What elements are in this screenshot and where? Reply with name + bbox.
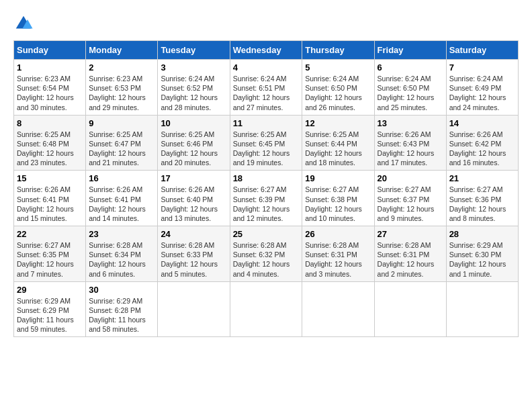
- calendar-cell: [446, 281, 518, 337]
- day-info: Sunrise: 6:28 AM Sunset: 6:32 PM Dayligh…: [233, 240, 300, 279]
- day-info: Sunrise: 6:23 AM Sunset: 6:53 PM Dayligh…: [89, 74, 154, 112]
- calendar-week-row: 29Sunrise: 6:29 AM Sunset: 6:29 PM Dayli…: [14, 281, 519, 337]
- day-number: 28: [449, 229, 515, 239]
- day-info: Sunrise: 6:27 AM Sunset: 6:39 PM Dayligh…: [233, 185, 300, 223]
- calendar-cell: 24Sunrise: 6:28 AM Sunset: 6:33 PM Dayli…: [158, 226, 230, 282]
- calendar-cell: 23Sunrise: 6:28 AM Sunset: 6:34 PM Dayli…: [86, 226, 158, 282]
- day-number: 11: [233, 118, 300, 128]
- calendar-cell: 5Sunrise: 6:24 AM Sunset: 6:50 PM Daylig…: [302, 60, 374, 116]
- day-number: 22: [17, 229, 83, 239]
- calendar-cell: 3Sunrise: 6:24 AM Sunset: 6:52 PM Daylig…: [158, 60, 230, 116]
- day-number: 8: [17, 118, 83, 128]
- calendar-cell: 18Sunrise: 6:27 AM Sunset: 6:39 PM Dayli…: [230, 171, 302, 226]
- calendar-cell: 19Sunrise: 6:27 AM Sunset: 6:38 PM Dayli…: [302, 171, 374, 226]
- day-info: Sunrise: 6:28 AM Sunset: 6:31 PM Dayligh…: [378, 240, 443, 279]
- logo: [13, 13, 36, 34]
- day-number: 29: [17, 285, 83, 295]
- day-info: Sunrise: 6:29 AM Sunset: 6:30 PM Dayligh…: [449, 240, 515, 279]
- calendar-header-row: SundayMondayTuesdayWednesdayThursdayFrid…: [14, 41, 519, 60]
- calendar-cell: 6Sunrise: 6:24 AM Sunset: 6:50 PM Daylig…: [374, 60, 446, 116]
- calendar-cell: 26Sunrise: 6:28 AM Sunset: 6:31 PM Dayli…: [302, 226, 374, 282]
- day-info: Sunrise: 6:27 AM Sunset: 6:35 PM Dayligh…: [17, 240, 83, 279]
- calendar-cell: [374, 281, 446, 337]
- day-info: Sunrise: 6:26 AM Sunset: 6:40 PM Dayligh…: [161, 185, 226, 223]
- calendar-cell: 4Sunrise: 6:24 AM Sunset: 6:51 PM Daylig…: [230, 60, 302, 116]
- logo-icon: [13, 13, 34, 34]
- day-number: 26: [305, 229, 371, 239]
- day-info: Sunrise: 6:27 AM Sunset: 6:37 PM Dayligh…: [378, 185, 443, 223]
- day-info: Sunrise: 6:24 AM Sunset: 6:52 PM Dayligh…: [161, 74, 226, 112]
- day-info: Sunrise: 6:25 AM Sunset: 6:48 PM Dayligh…: [17, 130, 83, 168]
- day-number: 4: [233, 62, 300, 73]
- calendar: SundayMondayTuesdayWednesdayThursdayFrid…: [13, 40, 519, 337]
- calendar-cell: 16Sunrise: 6:26 AM Sunset: 6:41 PM Dayli…: [86, 171, 158, 226]
- day-number: 20: [378, 173, 443, 183]
- day-number: 13: [378, 118, 443, 128]
- day-info: Sunrise: 6:29 AM Sunset: 6:28 PM Dayligh…: [89, 296, 154, 334]
- day-info: Sunrise: 6:24 AM Sunset: 6:51 PM Dayligh…: [233, 74, 300, 112]
- day-number: 9: [89, 118, 154, 128]
- calendar-cell: 29Sunrise: 6:29 AM Sunset: 6:29 PM Dayli…: [14, 281, 86, 337]
- day-info: Sunrise: 6:27 AM Sunset: 6:36 PM Dayligh…: [449, 185, 515, 223]
- day-of-week-header: Friday: [374, 41, 446, 60]
- day-of-week-header: Thursday: [302, 41, 374, 60]
- day-number: 18: [233, 173, 300, 183]
- calendar-cell: 9Sunrise: 6:25 AM Sunset: 6:47 PM Daylig…: [86, 115, 158, 171]
- calendar-cell: 11Sunrise: 6:25 AM Sunset: 6:45 PM Dayli…: [230, 115, 302, 171]
- calendar-cell: 8Sunrise: 6:25 AM Sunset: 6:48 PM Daylig…: [14, 115, 86, 171]
- day-number: 10: [161, 118, 226, 128]
- calendar-cell: 2Sunrise: 6:23 AM Sunset: 6:53 PM Daylig…: [86, 60, 158, 116]
- day-info: Sunrise: 6:28 AM Sunset: 6:34 PM Dayligh…: [89, 240, 154, 279]
- calendar-cell: 21Sunrise: 6:27 AM Sunset: 6:36 PM Dayli…: [446, 171, 518, 226]
- day-info: Sunrise: 6:25 AM Sunset: 6:46 PM Dayligh…: [161, 130, 226, 168]
- calendar-cell: [230, 281, 302, 337]
- day-info: Sunrise: 6:23 AM Sunset: 6:54 PM Dayligh…: [17, 74, 83, 112]
- day-info: Sunrise: 6:25 AM Sunset: 6:44 PM Dayligh…: [305, 130, 371, 168]
- day-info: Sunrise: 6:29 AM Sunset: 6:29 PM Dayligh…: [17, 296, 83, 334]
- day-info: Sunrise: 6:24 AM Sunset: 6:50 PM Dayligh…: [305, 74, 371, 112]
- day-number: 21: [449, 173, 515, 183]
- calendar-cell: 10Sunrise: 6:25 AM Sunset: 6:46 PM Dayli…: [158, 115, 230, 171]
- day-info: Sunrise: 6:24 AM Sunset: 6:49 PM Dayligh…: [449, 74, 515, 112]
- calendar-cell: 1Sunrise: 6:23 AM Sunset: 6:54 PM Daylig…: [14, 60, 86, 116]
- day-number: 15: [17, 173, 83, 183]
- day-of-week-header: Tuesday: [158, 41, 230, 60]
- day-number: 6: [378, 62, 443, 73]
- calendar-cell: 7Sunrise: 6:24 AM Sunset: 6:49 PM Daylig…: [446, 60, 518, 116]
- day-info: Sunrise: 6:27 AM Sunset: 6:38 PM Dayligh…: [305, 185, 371, 223]
- day-info: Sunrise: 6:26 AM Sunset: 6:41 PM Dayligh…: [17, 185, 83, 223]
- day-info: Sunrise: 6:26 AM Sunset: 6:42 PM Dayligh…: [449, 130, 515, 168]
- calendar-cell: 15Sunrise: 6:26 AM Sunset: 6:41 PM Dayli…: [14, 171, 86, 226]
- day-number: 5: [305, 62, 371, 73]
- calendar-week-row: 22Sunrise: 6:27 AM Sunset: 6:35 PM Dayli…: [14, 226, 519, 282]
- calendar-cell: 20Sunrise: 6:27 AM Sunset: 6:37 PM Dayli…: [374, 171, 446, 226]
- calendar-cell: [158, 281, 230, 337]
- day-info: Sunrise: 6:25 AM Sunset: 6:47 PM Dayligh…: [89, 130, 154, 168]
- day-of-week-header: Monday: [86, 41, 158, 60]
- calendar-cell: 27Sunrise: 6:28 AM Sunset: 6:31 PM Dayli…: [374, 226, 446, 282]
- day-number: 12: [305, 118, 371, 128]
- day-number: 25: [233, 229, 300, 239]
- calendar-cell: 12Sunrise: 6:25 AM Sunset: 6:44 PM Dayli…: [302, 115, 374, 171]
- header: [13, 13, 519, 34]
- day-info: Sunrise: 6:26 AM Sunset: 6:41 PM Dayligh…: [89, 185, 154, 223]
- calendar-week-row: 8Sunrise: 6:25 AM Sunset: 6:48 PM Daylig…: [14, 115, 519, 171]
- day-number: 19: [305, 173, 371, 183]
- day-info: Sunrise: 6:28 AM Sunset: 6:33 PM Dayligh…: [161, 240, 226, 279]
- day-info: Sunrise: 6:25 AM Sunset: 6:45 PM Dayligh…: [233, 130, 300, 168]
- day-number: 14: [449, 118, 515, 128]
- day-number: 3: [161, 62, 226, 73]
- calendar-cell: 28Sunrise: 6:29 AM Sunset: 6:30 PM Dayli…: [446, 226, 518, 282]
- day-of-week-header: Wednesday: [230, 41, 302, 60]
- calendar-cell: 30Sunrise: 6:29 AM Sunset: 6:28 PM Dayli…: [86, 281, 158, 337]
- day-number: 30: [89, 285, 154, 295]
- calendar-cell: 17Sunrise: 6:26 AM Sunset: 6:40 PM Dayli…: [158, 171, 230, 226]
- day-number: 23: [89, 229, 154, 239]
- day-number: 16: [89, 173, 154, 183]
- day-info: Sunrise: 6:24 AM Sunset: 6:50 PM Dayligh…: [378, 74, 443, 112]
- day-of-week-header: Saturday: [446, 41, 518, 60]
- day-number: 27: [378, 229, 443, 239]
- calendar-cell: 14Sunrise: 6:26 AM Sunset: 6:42 PM Dayli…: [446, 115, 518, 171]
- day-info: Sunrise: 6:28 AM Sunset: 6:31 PM Dayligh…: [305, 240, 371, 279]
- day-number: 2: [89, 62, 154, 73]
